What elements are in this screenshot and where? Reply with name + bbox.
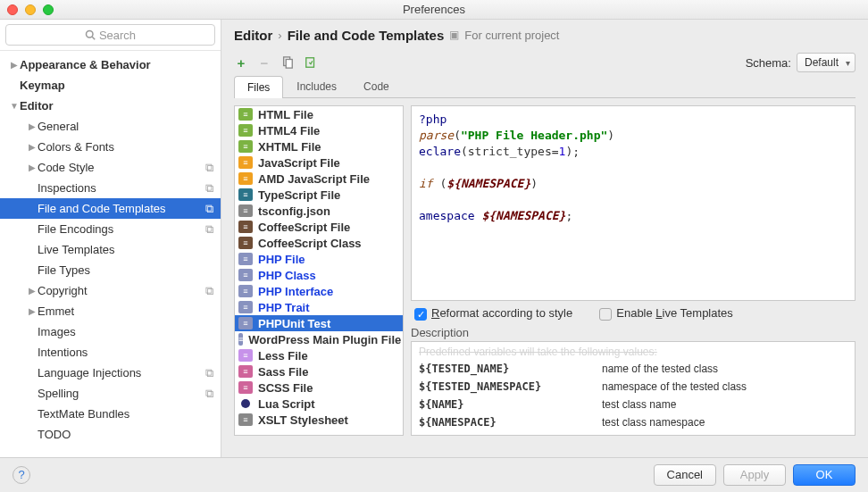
search-input[interactable]: Search (5, 24, 215, 46)
file-type-icon: ≡ (238, 221, 253, 233)
template-tsconfig-json[interactable]: ≡tsconfig.json (235, 203, 403, 219)
template-xhtml-file[interactable]: ≡XHTML File (235, 138, 403, 154)
ok-button[interactable]: OK (793, 464, 855, 486)
project-icon: ⧉ (205, 222, 213, 237)
template-phpunit-test[interactable]: ≡PHPUnit Test (235, 315, 403, 331)
file-type-icon: ≡ (238, 301, 253, 313)
tab-includes[interactable]: Includes (283, 75, 350, 97)
template-amd-javascript-file[interactable]: ≡AMD JavaScript File (235, 171, 403, 187)
sidebar-item-live-templates[interactable]: Live Templates (0, 239, 221, 260)
template-xslt-stylesheet[interactable]: ≡XSLT Stylesheet (235, 412, 403, 428)
template-typescript-file[interactable]: ≡TypeScript File (235, 187, 403, 203)
sidebar-item-editor[interactable]: ▼Editor (0, 96, 221, 116)
template-html-file[interactable]: ≡HTML File (235, 106, 403, 122)
variable-row: ${NAME}test class name (412, 396, 855, 413)
sidebar-item-textmate-bundles[interactable]: TextMate Bundles (0, 404, 221, 424)
file-type-icon: ≡ (238, 188, 253, 201)
template-coffeescript-file[interactable]: ≡CoffeeScript File (235, 219, 403, 235)
template-toolbar: + − Schema: Default (221, 50, 868, 75)
template-coffeescript-class[interactable]: ≡CoffeeScript Class (235, 235, 403, 251)
file-type-icon: ≡ (238, 253, 253, 265)
template-editor[interactable]: ?php parse("PHP File Header.php") eclare… (411, 105, 855, 301)
project-scope-label: For current project (464, 29, 559, 42)
zoom-icon[interactable] (43, 4, 54, 15)
sidebar-item-todo[interactable]: TODO (0, 424, 221, 445)
template-php-file[interactable]: ≡PHP File (235, 251, 403, 267)
live-templates-checkbox[interactable]: Enable Live Templates (599, 306, 733, 321)
sidebar-item-colors-fonts[interactable]: ▶Colors & Fonts (0, 137, 221, 157)
svg-point-0 (86, 31, 93, 38)
template-less-file[interactable]: ≡Less File (235, 347, 403, 363)
file-type-icon: ≡ (238, 124, 253, 137)
template-lua-script[interactable]: Lua Script (235, 396, 403, 412)
sidebar: Search ▶Appearance & BehaviorKeymap▼Edit… (0, 20, 221, 457)
chevron-right-icon: › (278, 29, 281, 42)
refresh-icon[interactable] (304, 55, 318, 70)
breadcrumb-leaf: File and Code Templates (288, 28, 445, 43)
add-icon[interactable]: + (234, 55, 248, 70)
template-html4-file[interactable]: ≡HTML4 File (235, 122, 403, 138)
variable-row: ${TESTED_NAMESPACE}namespace of the test… (412, 378, 855, 396)
window-controls (7, 4, 54, 15)
description-label: Description (411, 326, 855, 339)
file-type-icon: ≡ (238, 269, 253, 281)
search-placeholder: Search (99, 29, 136, 42)
reformat-checkbox[interactable]: ✓Reformat according to style (414, 306, 572, 321)
sidebar-item-code-style[interactable]: ▶Code Style⧉ (0, 157, 221, 178)
window-title: Preferences (403, 3, 465, 16)
project-icon: ⧉ (205, 387, 213, 401)
apply-button[interactable]: Apply (723, 464, 786, 486)
sidebar-item-intentions[interactable]: Intentions (0, 342, 221, 363)
sidebar-item-general[interactable]: ▶General (0, 116, 221, 137)
template-list[interactable]: ≡HTML File≡HTML4 File≡XHTML File≡JavaScr… (234, 105, 404, 436)
sidebar-item-keymap[interactable]: Keymap (0, 75, 221, 96)
help-button[interactable]: ? (13, 466, 30, 484)
schema-select[interactable]: Default (797, 53, 855, 72)
schema-label: Schema: (746, 56, 791, 70)
tab-files[interactable]: Files (234, 76, 283, 98)
template-php-class[interactable]: ≡PHP Class (235, 267, 403, 283)
sidebar-item-spelling[interactable]: Spelling⧉ (0, 383, 221, 404)
project-icon: ⧉ (205, 284, 213, 298)
file-type-icon: ≡ (238, 140, 253, 153)
template-php-trait[interactable]: ≡PHP Trait (235, 299, 403, 315)
sidebar-item-file-encodings[interactable]: File Encodings⧉ (0, 219, 221, 239)
svg-rect-3 (286, 60, 292, 69)
sidebar-item-appearance-behavior[interactable]: ▶Appearance & Behavior (0, 54, 221, 75)
template-scss-file[interactable]: ≡SCSS File (235, 379, 403, 396)
file-type-icon (238, 397, 253, 410)
template-sass-file[interactable]: ≡Sass File (235, 363, 403, 379)
template-wordpress-main-plugin-file[interactable]: ≡WordPress Main Plugin File (235, 331, 403, 347)
sidebar-item-images[interactable]: Images (0, 321, 221, 342)
sidebar-item-language-injections[interactable]: Language Injections⧉ (0, 363, 221, 383)
close-icon[interactable] (7, 4, 18, 15)
description-box: Predefined variables will take the follo… (411, 341, 855, 436)
copy-icon[interactable] (280, 55, 295, 70)
sidebar-item-copyright[interactable]: ▶Copyright⧉ (0, 280, 221, 301)
template-tabs: FilesIncludesCode (234, 75, 855, 98)
project-icon: ⧉ (205, 202, 213, 216)
sidebar-item-file-and-code-templates[interactable]: File and Code Templates⧉ (0, 198, 221, 219)
tab-code[interactable]: Code (350, 75, 403, 97)
file-type-icon: ≡ (238, 381, 253, 394)
breadcrumb-root: Editor (234, 28, 272, 43)
template-options: ✓Reformat according to style Enable Live… (411, 301, 855, 326)
variable-row: ${NAMESPACE}test class namespace (412, 413, 855, 431)
file-type-icon: ≡ (238, 285, 253, 297)
sidebar-item-emmet[interactable]: ▶Emmet (0, 301, 221, 321)
minimize-icon[interactable] (25, 4, 36, 15)
breadcrumb: Editor › File and Code Templates ▣ For c… (221, 20, 868, 50)
file-type-icon: ≡ (238, 172, 253, 185)
file-type-icon: ≡ (238, 365, 253, 378)
cancel-button[interactable]: Cancel (654, 464, 716, 486)
template-javascript-file[interactable]: ≡JavaScript File (235, 154, 403, 171)
remove-icon[interactable]: − (257, 55, 271, 70)
sidebar-item-file-types[interactable]: File Types (0, 260, 221, 280)
sidebar-item-inspections[interactable]: Inspections⧉ (0, 178, 221, 198)
variable-row: ${TESTED_NAME}name of the tested class (412, 360, 855, 378)
file-type-icon: ≡ (238, 349, 253, 362)
file-type-icon: ≡ (238, 413, 253, 426)
dialog-buttons: ? Cancel Apply OK (0, 457, 868, 491)
project-icon: ⧉ (205, 181, 213, 196)
template-php-interface[interactable]: ≡PHP Interface (235, 283, 403, 299)
